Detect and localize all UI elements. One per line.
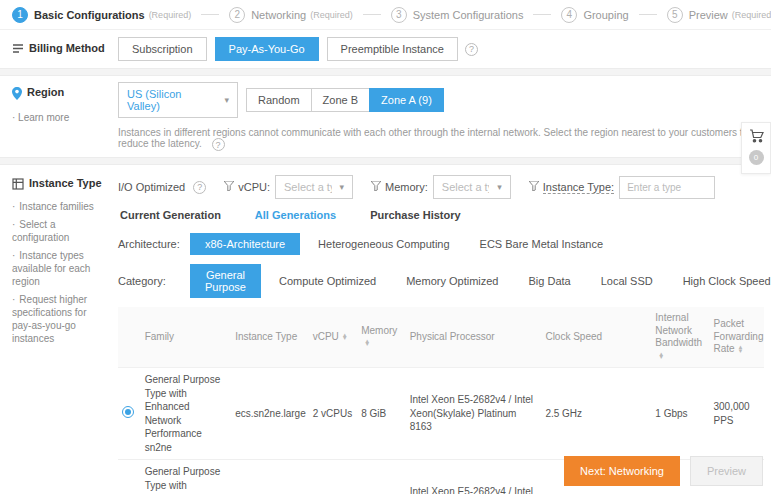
tab-current-generation[interactable]: Current Generation [120, 209, 221, 221]
step-number: 2 [229, 7, 245, 23]
category-label: Category: [118, 275, 190, 287]
step-connector [201, 14, 219, 15]
header-clock-speed[interactable]: Clock Speed [541, 307, 651, 368]
billing-preemptible-button[interactable]: Preemptible Instance [327, 37, 458, 61]
step-connector [363, 14, 381, 15]
step-label: Preview [689, 9, 728, 21]
zone-b-button[interactable]: Zone B [311, 88, 370, 112]
step-label: Grouping [583, 9, 628, 21]
header-family[interactable]: Family [141, 307, 232, 368]
category-row: Category: General Purpose Compute Optimi… [118, 264, 771, 298]
link-select-configuration[interactable]: Select a configuration [12, 218, 108, 244]
instance-filters: I/O Optimized ? vCPU: Select a ty...▾ Me… [118, 175, 771, 199]
category-big-data-option[interactable]: Big Data [528, 275, 570, 287]
step-required: (Required) [149, 10, 192, 20]
chevron-down-icon: ▾ [497, 182, 502, 192]
section-divider [0, 68, 771, 76]
region-note-help-icon[interactable]: ? [212, 138, 225, 151]
billing-pay-as-you-go-button[interactable]: Pay-As-You-Go [215, 37, 319, 61]
cart-count-badge: 0 [749, 150, 764, 165]
header-bandwidth[interactable]: Internal Network Bandwidth▲▼ [651, 307, 709, 368]
cart-icon[interactable] [749, 129, 764, 145]
header-vcpu[interactable]: vCPU▲▼ [309, 307, 357, 368]
table-header-row: Family Instance Type vCPU▲▼ Memory▲▼ Phy… [118, 307, 764, 368]
table-row[interactable]: General Purpose Type with Enhanced Netwo… [118, 368, 764, 460]
step-required: (Required) [732, 10, 771, 20]
step-connector [533, 14, 551, 15]
filter-funnel-icon [529, 181, 539, 193]
link-instance-types-available[interactable]: Instance types available for each region [12, 249, 108, 288]
step-required: (Required) [310, 10, 353, 20]
tab-all-generations[interactable]: All Generations [255, 209, 336, 221]
instance-type-icon [12, 178, 24, 192]
sort-icon[interactable]: ▲▼ [342, 334, 348, 341]
step-number: 4 [561, 7, 577, 23]
region-label: Region [27, 86, 64, 98]
step-networking[interactable]: 2 Networking (Required) [229, 7, 353, 23]
step-basic-configurations[interactable]: 1 Basic Configurations (Required) [12, 7, 191, 23]
io-optimized-help-icon[interactable]: ? [193, 181, 206, 194]
step-system-configurations[interactable]: 3 System Configurations [391, 7, 524, 23]
link-request-higher-specs[interactable]: Request higher specifications for pay-as… [12, 293, 108, 345]
row-radio[interactable] [122, 406, 134, 418]
billing-help-icon[interactable]: ? [465, 43, 478, 56]
region-note: Instances in different regions cannot co… [118, 127, 771, 151]
step-label: Basic Configurations [34, 9, 145, 21]
step-label: Networking [251, 9, 306, 21]
next-networking-button[interactable]: Next: Networking [564, 456, 680, 486]
zone-random-button[interactable]: Random [246, 88, 312, 112]
step-preview[interactable]: 5 Preview (Required) [667, 7, 771, 23]
sort-icon[interactable]: ▲▼ [658, 353, 664, 360]
step-connector [639, 14, 657, 15]
instance-type-filter-label: Instance Type: [543, 181, 614, 194]
instance-type-label: Instance Type [29, 177, 102, 189]
region-section: Region · Learn more US (Silicon Valley) … [0, 76, 771, 157]
billing-section: Billing Method Subscription Pay-As-You-G… [0, 30, 771, 68]
step-number: 1 [12, 7, 28, 23]
instance-type-section: Instance Type Instance families Select a… [0, 165, 771, 494]
vcpu-select[interactable]: Select a ty...▾ [275, 175, 353, 199]
billing-method-label: Billing Method [29, 42, 105, 54]
architecture-x86-button[interactable]: x86-Architecture [190, 233, 300, 255]
header-instance-type[interactable]: Instance Type [231, 307, 309, 368]
category-general-purpose-button[interactable]: General Purpose [190, 264, 261, 298]
billing-subscription-button[interactable]: Subscription [118, 37, 207, 61]
header-pps[interactable]: Packet Forwarding Rate▲▼ [709, 307, 764, 368]
step-label: System Configurations [413, 9, 524, 21]
region-pin-icon [12, 87, 22, 102]
instance-type-links: Instance families Select a configuration… [12, 200, 108, 345]
memory-filter-label: Memory: [385, 181, 428, 193]
sort-icon[interactable]: ▲▼ [738, 346, 744, 353]
category-compute-optimized-option[interactable]: Compute Optimized [279, 275, 376, 287]
header-memory[interactable]: Memory▲▼ [357, 307, 405, 368]
header-physical-processor[interactable]: Physical Processor [406, 307, 542, 368]
vcpu-filter-label: vCPU: [238, 181, 270, 193]
tab-purchase-history[interactable]: Purchase History [370, 209, 460, 221]
chevron-down-icon: ▾ [340, 182, 345, 192]
chevron-down-icon: ▾ [224, 95, 229, 105]
footer-actions: Next: Networking Preview [564, 456, 763, 486]
step-wizard: 1 Basic Configurations (Required) 2 Netw… [0, 0, 771, 30]
step-number: 5 [667, 7, 683, 23]
region-learn-more-link[interactable]: · Learn more [12, 112, 108, 123]
category-memory-optimized-option[interactable]: Memory Optimized [406, 275, 498, 287]
section-divider [0, 157, 771, 165]
instance-type-filter-input[interactable] [619, 176, 715, 199]
link-instance-families[interactable]: Instance families [12, 200, 108, 213]
category-local-ssd-option[interactable]: Local SSD [601, 275, 653, 287]
io-optimized-label: I/O Optimized [118, 181, 185, 193]
generation-tabs: Current Generation All Generations Purch… [120, 209, 771, 221]
zone-a-button[interactable]: Zone A (9) [369, 88, 444, 112]
category-high-clock-speed-option[interactable]: High Clock Speed [683, 275, 771, 287]
memory-select[interactable]: Select a typ...▾ [433, 175, 511, 199]
cart-widget[interactable]: 0 [741, 122, 771, 174]
architecture-bare-metal-option[interactable]: ECS Bare Metal Instance [480, 238, 604, 250]
step-grouping[interactable]: 4 Grouping [561, 7, 628, 23]
step-number: 3 [391, 7, 407, 23]
header-radio-col [118, 307, 141, 368]
architecture-heterogeneous-option[interactable]: Heterogeneous Computing [318, 238, 449, 250]
region-select[interactable]: US (Silicon Valley) ▾ [118, 82, 238, 118]
preview-button[interactable]: Preview [690, 456, 763, 486]
sort-icon[interactable]: ▲▼ [364, 340, 370, 347]
filter-funnel-icon [224, 181, 234, 193]
